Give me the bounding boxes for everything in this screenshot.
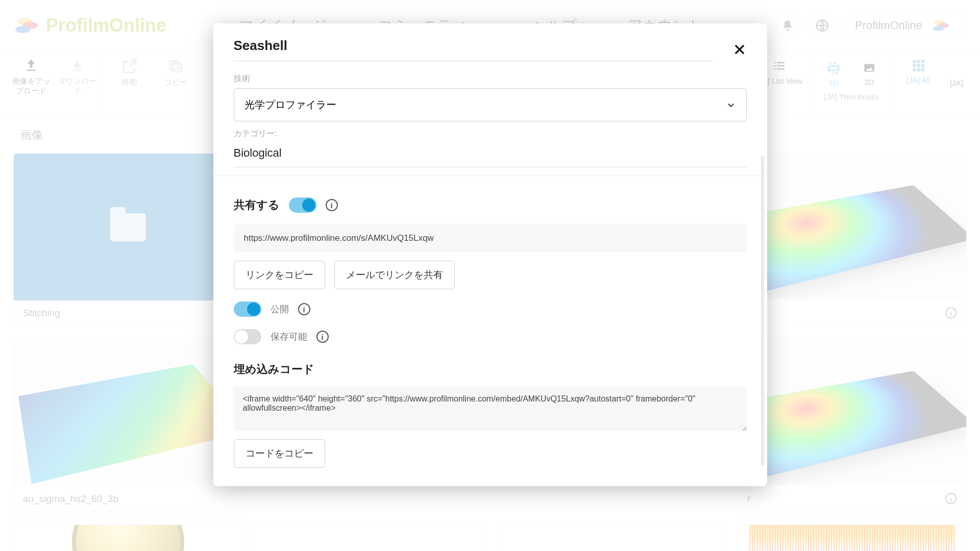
savable-label: 保存可能 bbox=[271, 331, 307, 343]
share-heading-text: 共有する bbox=[234, 197, 280, 213]
scrollbar[interactable] bbox=[761, 156, 764, 466]
modal-title: Seashell bbox=[234, 38, 712, 61]
category-label: カテゴリー: bbox=[234, 129, 747, 139]
info-icon[interactable]: i bbox=[326, 199, 338, 211]
close-icon bbox=[732, 42, 747, 57]
technique-label: 技術 bbox=[234, 73, 747, 84]
info-icon[interactable]: i bbox=[316, 331, 329, 343]
category-field[interactable]: Biological bbox=[234, 143, 747, 167]
share-toggle[interactable] bbox=[289, 197, 316, 213]
public-toggle[interactable] bbox=[234, 302, 261, 317]
embed-code-box[interactable] bbox=[234, 386, 747, 431]
share-modal: Seashell 技術 光学プロファイラー カテゴリー: Biological … bbox=[213, 23, 767, 486]
copy-link-button[interactable]: リンクをコピー bbox=[234, 261, 325, 289]
chevron-down-icon bbox=[726, 100, 736, 110]
copy-code-button[interactable]: コードをコピー bbox=[234, 439, 325, 468]
info-icon[interactable]: i bbox=[298, 303, 310, 315]
savable-toggle[interactable] bbox=[234, 329, 261, 344]
embed-heading: 埋め込みコード bbox=[234, 362, 747, 377]
close-button[interactable] bbox=[732, 42, 747, 57]
email-link-button[interactable]: メールでリンクを共有 bbox=[334, 261, 455, 289]
technique-value: 光学プロファイラー bbox=[244, 98, 336, 112]
public-label: 公開 bbox=[271, 303, 289, 315]
share-url-box[interactable]: https://www.profilmonline.com/s/AMKUvQ15… bbox=[234, 224, 747, 253]
modal-overlay[interactable]: Seashell 技術 光学プロファイラー カテゴリー: Biological … bbox=[0, 0, 980, 551]
technique-select[interactable]: 光学プロファイラー bbox=[234, 88, 747, 121]
share-section-heading: 共有する i bbox=[234, 197, 747, 213]
